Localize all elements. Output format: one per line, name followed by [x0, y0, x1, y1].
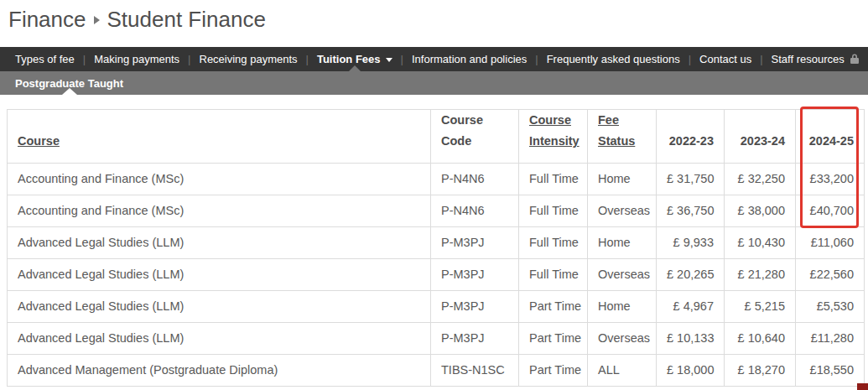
table-cell: Advanced Management (Postgraduate Diplom…: [8, 354, 431, 386]
table-row: Advanced Legal Studies (LLM)P-M3PJPart T…: [8, 290, 865, 322]
table-row: Advanced Legal Studies (LLM)P-M3PJPart T…: [8, 322, 865, 354]
nav-item-receiving-payments[interactable]: Receiving payments: [192, 47, 305, 71]
table-cell: £ 4,967: [657, 290, 725, 322]
secondary-nav: Postgraduate Taught: [0, 71, 868, 95]
highlight-box-fragment: [857, 383, 868, 390]
page: Finance Student Finance Types of fee | M…: [0, 0, 868, 390]
table-cell: Accounting and Finance (MSc): [8, 195, 431, 226]
table-cell: £11,060: [796, 226, 865, 258]
column-header-2023-24: 2023-24: [741, 134, 785, 148]
table-cell: P-M3PJ: [431, 258, 519, 290]
table-cell: TIBS-N1SC: [431, 354, 519, 386]
column-header-cell: Course: [8, 110, 431, 164]
nav-item-label: Receiving payments: [200, 53, 298, 65]
nav-item-contact-us[interactable]: Contact us: [692, 47, 759, 71]
table-cell: P-N4N6: [431, 195, 519, 226]
nav-item-label: Information and policies: [412, 53, 527, 65]
table-row: Accounting and Finance (MSc)P-N4N6Full T…: [8, 163, 865, 195]
dropdown-caret-icon: [386, 58, 392, 62]
nav-item-information-and-policies[interactable]: Information and policies: [404, 47, 534, 71]
column-header-cell: 2024-25: [796, 110, 865, 164]
active-nav-notch: [349, 65, 361, 71]
table-cell: £ 5,215: [725, 290, 796, 322]
table-cell: Part Time: [519, 354, 588, 386]
table-cell: P-M3PJ: [431, 226, 519, 258]
table-cell: £22,560: [796, 258, 865, 290]
table-cell: Part Time: [519, 322, 588, 354]
table-cell: Advanced Legal Studies (LLM): [8, 322, 431, 354]
table-cell: £ 36,750: [657, 195, 725, 226]
lock-icon: [850, 54, 860, 65]
nav-item-label: Frequently asked questions: [547, 53, 680, 65]
tab-postgraduate-taught[interactable]: Postgraduate Taught: [8, 71, 130, 95]
table-cell: Part Time: [519, 290, 588, 322]
table-cell: Full Time: [519, 226, 588, 258]
table-cell: Advanced Legal Studies (LLM): [8, 290, 431, 322]
fees-table-wrap: CourseCourse CodeCourse IntensityFee Sta…: [7, 109, 865, 387]
table-cell: £ 18,270: [725, 354, 796, 386]
table-header-row: CourseCourse CodeCourse IntensityFee Sta…: [8, 110, 865, 164]
column-header-course-intensity[interactable]: Course Intensity: [529, 113, 580, 148]
table-cell: £ 31,750: [657, 163, 725, 195]
table-cell: £ 32,250: [725, 163, 796, 195]
table-cell: £ 21,280: [725, 258, 796, 290]
nav-item-label: Types of fee: [15, 53, 75, 65]
table-cell: P-M3PJ: [431, 290, 519, 322]
table-cell: £5,530: [796, 290, 865, 322]
table-cell: Full Time: [519, 258, 588, 290]
breadcrumb-current: Student Finance: [107, 5, 266, 34]
table-cell: £ 18,000: [657, 354, 725, 386]
nav-item-label: Making payments: [94, 53, 179, 65]
breadcrumb-section: Finance: [8, 5, 86, 34]
table-cell: ALL: [588, 354, 657, 386]
primary-nav: Types of fee | Making payments | Receivi…: [0, 47, 868, 71]
table-cell: Full Time: [519, 195, 588, 226]
table-cell: Home: [588, 226, 657, 258]
table-row: Advanced Legal Studies (LLM)P-M3PJFull T…: [8, 258, 865, 290]
table-cell: Overseas: [588, 322, 657, 354]
nav-item-label: Staff resources: [772, 53, 845, 65]
column-header-2022-23: 2022-23: [669, 134, 714, 148]
table-cell: P-M3PJ: [431, 322, 519, 354]
table-cell: £ 38,000: [725, 195, 796, 226]
nav-item-types-of-fee[interactable]: Types of fee: [8, 47, 82, 71]
table-cell: Home: [588, 290, 657, 322]
table-cell: Overseas: [588, 258, 657, 290]
table-cell: Home: [588, 163, 657, 195]
table-cell: £ 10,430: [725, 226, 796, 258]
nav-item-label: Contact us: [699, 53, 751, 65]
breadcrumb-arrow-icon: [94, 16, 100, 24]
nav-item-making-payments[interactable]: Making payments: [86, 47, 187, 71]
table-cell: Accounting and Finance (MSc): [8, 163, 431, 195]
table-cell: Advanced Legal Studies (LLM): [8, 226, 431, 258]
table-cell: Full Time: [519, 163, 588, 195]
table-cell: £18,550: [796, 354, 865, 386]
nav-item-staff-resources[interactable]: Staff resources: [764, 47, 867, 71]
table-row: Advanced Management (Postgraduate Diplom…: [8, 354, 865, 386]
table-cell: £11,280: [796, 322, 865, 354]
table-cell: £ 10,133: [657, 322, 725, 354]
table-row: Advanced Legal Studies (LLM)P-M3PJFull T…: [8, 226, 865, 258]
nav-item-label: Tuition Fees: [317, 53, 381, 65]
column-header-cell: 2022-23: [657, 110, 725, 164]
column-header-fee-status[interactable]: Fee Status: [598, 113, 635, 148]
column-header-course-code: Course Code: [441, 113, 483, 148]
table-cell: Advanced Legal Studies (LLM): [8, 258, 431, 290]
nav-item-frequently-asked-questions[interactable]: Frequently asked questions: [539, 47, 688, 71]
table-row: Accounting and Finance (MSc)P-N4N6Full T…: [8, 195, 865, 226]
column-header-course[interactable]: Course: [18, 134, 60, 148]
table-cell: Overseas: [588, 195, 657, 226]
column-header-cell: Course Code: [431, 110, 519, 164]
column-header-cell: Fee Status: [588, 110, 657, 164]
table-cell: £ 20,265: [657, 258, 725, 290]
page-title: Finance Student Finance: [8, 5, 266, 34]
table-cell: £ 10,640: [725, 322, 796, 354]
column-header-2024-25: 2024-25: [809, 134, 854, 148]
nav-item-tuition-fees[interactable]: Tuition Fees: [309, 47, 400, 71]
table-cell: £33,200: [796, 163, 865, 195]
column-header-cell: Course Intensity: [519, 110, 588, 164]
table-cell: £ 9,933: [657, 226, 725, 258]
fees-table: CourseCourse CodeCourse IntensityFee Sta…: [7, 109, 865, 387]
column-header-cell: 2023-24: [725, 110, 796, 164]
table-cell: P-N4N6: [431, 163, 519, 195]
